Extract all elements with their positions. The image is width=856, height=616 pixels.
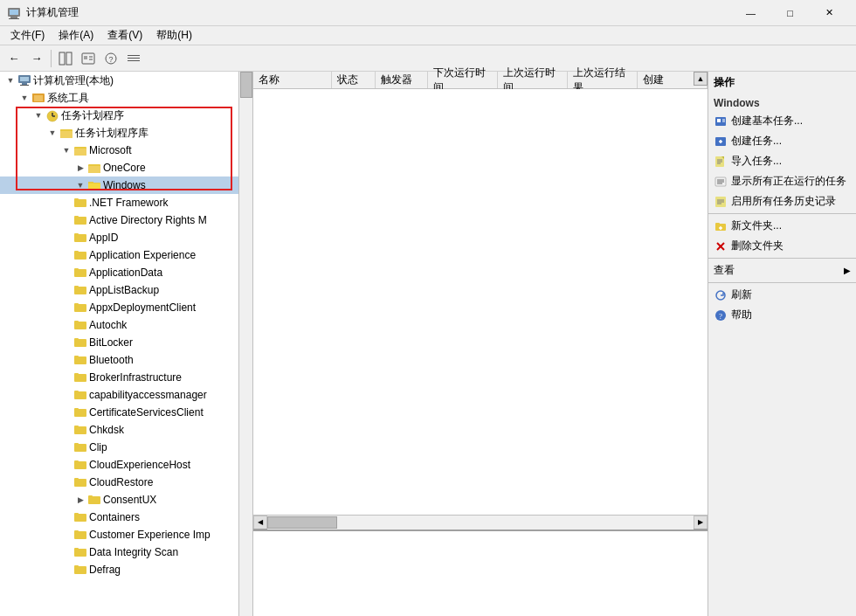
- tree-bluetooth[interactable]: Bluetooth: [0, 351, 252, 369]
- tree-onecore[interactable]: ▶ OneCore: [0, 159, 252, 176]
- folder-icon-consent: [87, 493, 101, 507]
- tree-appdata[interactable]: ApplicationData: [0, 264, 252, 281]
- tree-appx[interactable]: AppxDeploymentClient: [0, 299, 252, 316]
- computer-icon: [17, 73, 31, 87]
- action-show-running[interactable]: 显示所有正在运行的任务: [708, 171, 856, 191]
- back-button[interactable]: ←: [3, 48, 24, 69]
- tree-chkdsk[interactable]: Chkdsk: [0, 421, 252, 439]
- action-help[interactable]: ? 帮助: [708, 305, 856, 325]
- cert-label: CertificateServicesClient: [89, 406, 204, 419]
- tree-containers[interactable]: Containers: [0, 509, 252, 526]
- minimize-button[interactable]: —: [731, 0, 770, 26]
- expand-windows[interactable]: ▼: [73, 178, 87, 192]
- expand-system-tools[interactable]: ▼: [17, 91, 31, 105]
- maximize-button[interactable]: □: [770, 0, 810, 26]
- col-next-run[interactable]: 下次运行时间: [428, 72, 498, 88]
- tree-system-tools[interactable]: ▼ 系统工具: [0, 89, 252, 107]
- action-sep-2: [708, 258, 856, 259]
- svg-rect-80: [717, 119, 721, 122]
- forward-button[interactable]: →: [26, 48, 47, 69]
- expand-onecore[interactable]: ▶: [73, 161, 87, 175]
- tree-microsoft[interactable]: ▼ Microsoft: [0, 142, 252, 159]
- tree-defrag[interactable]: Defrag: [0, 561, 252, 578]
- menu-help[interactable]: 帮助(H): [149, 26, 199, 45]
- task-library-label: 任务计划程序库: [75, 126, 148, 141]
- action-import[interactable]: 导入任务...: [708, 151, 856, 171]
- tree-applistbackup[interactable]: AppListBackup: [0, 281, 252, 299]
- svg-rect-68: [74, 478, 79, 481]
- tree-cert[interactable]: CertificateServicesClient: [0, 404, 252, 421]
- tree-clip[interactable]: Clip: [0, 439, 252, 456]
- net-framework-label: .NET Framework: [89, 197, 168, 209]
- col-trigger[interactable]: 触发器: [376, 72, 428, 88]
- tree-task-library[interactable]: ▼ 任务计划程序库: [0, 124, 252, 142]
- action-create-task[interactable]: 创建任务...: [708, 131, 856, 151]
- action-delete-folder[interactable]: 删除文件夹: [708, 236, 856, 256]
- col-last-result[interactable]: 上次运行结果: [568, 72, 638, 88]
- folder-icon-defrag: [73, 563, 87, 577]
- tree-bitlocker[interactable]: BitLocker: [0, 334, 252, 351]
- tree-customer-exp[interactable]: Customer Experience Imp: [0, 526, 252, 543]
- main-layout: ▼ 计算机管理(本地) ▼ 系统工具: [0, 72, 856, 616]
- svg-rect-44: [74, 268, 79, 271]
- cloud-exp-label: CloudExperienceHost: [89, 459, 190, 471]
- tree-autochk[interactable]: Autochk: [0, 316, 252, 334]
- windows-label: Windows: [103, 179, 146, 191]
- help-toolbar-button[interactable]: ?: [100, 48, 121, 69]
- svg-rect-18: [20, 85, 29, 86]
- expand-task-scheduler[interactable]: ▼: [31, 108, 45, 122]
- tree-capability[interactable]: capabilityaccessmanager: [0, 386, 252, 404]
- svg-rect-34: [88, 183, 100, 190]
- property-button[interactable]: [78, 48, 99, 69]
- tree-app-experience[interactable]: Application Experience: [0, 246, 252, 264]
- containers-label: Containers: [89, 511, 140, 523]
- microsoft-label: Microsoft: [89, 144, 132, 156]
- tree-cloud-restore[interactable]: CloudRestore: [0, 474, 252, 491]
- h-scrollbar[interactable]: ◀ ▶: [253, 515, 708, 529]
- col-status[interactable]: 状态: [332, 72, 376, 88]
- col-name[interactable]: 名称: [253, 72, 332, 88]
- window-controls: — □ ✕: [731, 0, 849, 26]
- svg-rect-5: [66, 52, 72, 65]
- col-last-run[interactable]: 上次运行时间: [498, 72, 568, 88]
- data-integrity-label: Data Integrity Scan: [89, 546, 178, 558]
- action-enable-history[interactable]: 启用所有任务历史记录: [708, 191, 856, 211]
- import-label: 导入任务...: [731, 154, 782, 169]
- task-scheduler-icon: [45, 108, 59, 122]
- folder-icon-custexp: [73, 528, 87, 542]
- tree-active-directory[interactable]: Active Directory Rights M: [0, 211, 252, 229]
- expand-root[interactable]: ▼: [3, 73, 17, 87]
- action-refresh[interactable]: 刷新: [708, 285, 856, 305]
- tree-data-integrity[interactable]: Data Integrity Scan: [0, 543, 252, 561]
- tree-net-framework[interactable]: .NET Framework: [0, 194, 252, 211]
- folder-icon-appdata: [73, 266, 87, 280]
- extra-button[interactable]: [123, 48, 144, 69]
- folder-icon-applist: [73, 283, 87, 297]
- action-new-folder[interactable]: 新文件夹...: [708, 216, 856, 236]
- menu-action[interactable]: 操作(A): [52, 26, 100, 45]
- svg-rect-64: [74, 443, 79, 446]
- close-button[interactable]: ✕: [810, 0, 849, 26]
- show-tree-button[interactable]: [55, 48, 76, 69]
- tree-task-scheduler[interactable]: ▼ 任务计划程序: [0, 107, 252, 124]
- tree-consent[interactable]: ▶ ConsentUX: [0, 491, 252, 509]
- svg-rect-21: [34, 95, 43, 101]
- folder-icon-broker: [73, 370, 87, 384]
- tree-panel[interactable]: ▼ 计算机管理(本地) ▼ 系统工具: [0, 72, 253, 616]
- tree-appid[interactable]: AppID: [0, 229, 252, 246]
- expand-task-library[interactable]: ▼: [45, 126, 59, 140]
- svg-rect-54: [74, 356, 79, 358]
- svg-rect-12: [128, 55, 140, 56]
- tree-broker[interactable]: BrokerInfrastructure: [0, 369, 252, 386]
- action-create-basic[interactable]: 创建基本任务...: [708, 111, 856, 131]
- expand-microsoft[interactable]: ▼: [59, 143, 73, 157]
- tree-cloud-exp[interactable]: CloudExperienceHost: [0, 456, 252, 474]
- action-view[interactable]: 查看 ▶: [708, 260, 856, 280]
- menu-file[interactable]: 文件(F): [3, 26, 52, 45]
- menu-view[interactable]: 查看(V): [100, 26, 149, 45]
- tree-scrollbar[interactable]: [238, 72, 252, 616]
- action-sep-3: [708, 282, 856, 283]
- tree-root[interactable]: ▼ 计算机管理(本地): [0, 72, 252, 89]
- expand-consent[interactable]: ▶: [73, 493, 87, 507]
- tree-windows[interactable]: ▼ Windows: [0, 176, 252, 194]
